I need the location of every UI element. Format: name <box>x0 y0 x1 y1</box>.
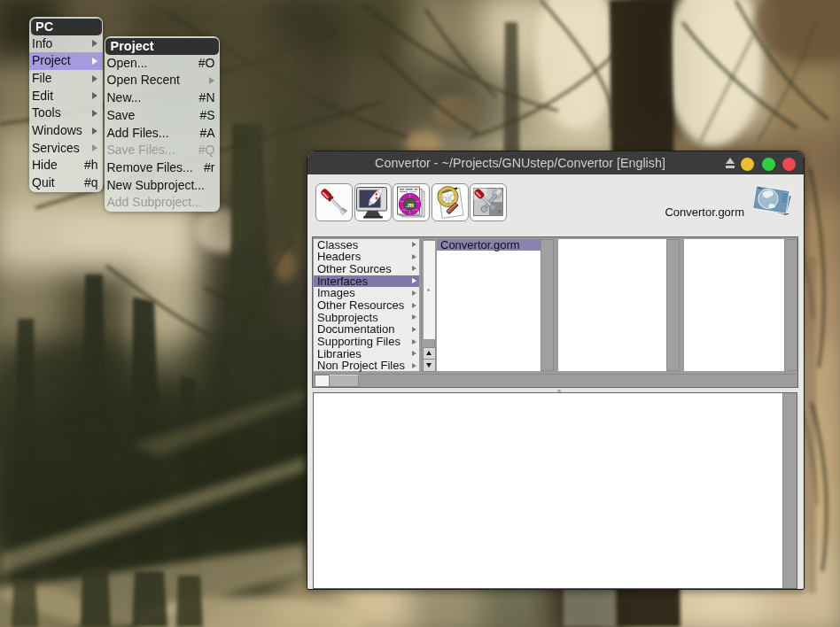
svg-text:.m: .m <box>406 201 414 209</box>
